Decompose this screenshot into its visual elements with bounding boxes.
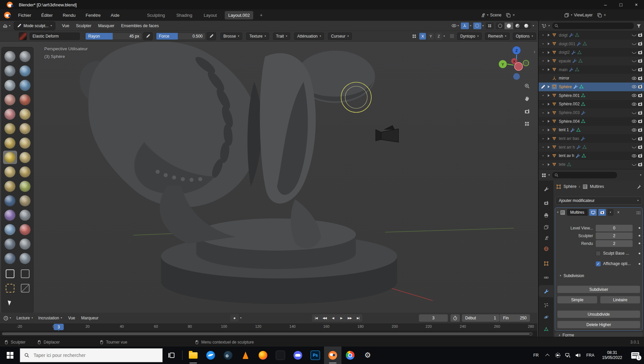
outliner-row[interactable]: • doigt	[539, 31, 644, 40]
sculpt-tool-button[interactable]	[3, 237, 17, 251]
blender-taskbar-button[interactable]	[324, 347, 341, 364]
drag-handle-icon[interactable]	[636, 211, 640, 214]
viewport-menu-item[interactable]: Masquer	[98, 23, 114, 28]
scene-selector[interactable]: Scene	[490, 13, 501, 17]
frame-start-field[interactable]: Début1	[462, 314, 499, 322]
eye-closed-icon[interactable]	[632, 58, 637, 63]
timeline-editor-type-button[interactable]: ▾	[3, 316, 11, 321]
jump-to-start-button[interactable]: |◀	[312, 314, 320, 322]
outliner-row[interactable]: • tent arr h	[539, 143, 644, 152]
camera-visibility-icon[interactable]	[638, 162, 643, 167]
breadcrumb-object[interactable]: Sphère	[564, 184, 577, 189]
task-view-button[interactable]	[163, 347, 180, 364]
outliner-search-input[interactable]	[560, 23, 632, 29]
shading-wireframe-button[interactable]	[496, 22, 504, 29]
vlc-button[interactable]	[237, 347, 254, 364]
viewport-menu-item[interactable]: Sculpter	[76, 23, 92, 28]
pin-icon[interactable]	[636, 184, 641, 189]
eye-open-icon[interactable]	[632, 102, 637, 107]
tray-expand-chevron[interactable]	[543, 354, 553, 357]
tab-view-layer[interactable]	[539, 221, 553, 233]
modifier-viewport-toggle[interactable]	[589, 209, 597, 216]
brush-settings-dropdown[interactable]: Brosse ▾	[220, 33, 242, 40]
viewport-menu-item[interactable]: Vue	[62, 23, 69, 28]
subdivide-button[interactable]: Subdiviser	[557, 285, 640, 293]
tab-scene[interactable]	[539, 232, 553, 244]
workspace-tab-layout002[interactable]: Layout.002	[225, 11, 253, 19]
sculpt-tool-button[interactable]	[3, 136, 17, 150]
menu-item[interactable]: Fenêtre	[85, 11, 101, 19]
camera-visibility-icon[interactable]	[638, 84, 643, 89]
photoshop-button[interactable]: Ps	[307, 347, 324, 364]
tab-particles[interactable]	[539, 299, 553, 311]
eye-closed-icon[interactable]	[632, 50, 637, 55]
outliner-row[interactable]: • Sphère.003	[539, 108, 644, 117]
network-button[interactable]	[563, 352, 573, 358]
optimal-display-checkbox[interactable]: ✓	[596, 261, 601, 266]
marker-menu[interactable]: Marqueur	[81, 316, 98, 320]
camera-visibility-icon[interactable]	[638, 41, 643, 46]
animate-dot-icon[interactable]	[639, 227, 640, 229]
outliner-editor-icon[interactable]	[541, 23, 546, 29]
tab-object[interactable]	[539, 258, 553, 269]
sculpt-levels-field[interactable]: 2	[596, 232, 633, 239]
brush-preview-icon[interactable]	[19, 32, 27, 40]
blender-menu-logo-icon[interactable]	[4, 12, 11, 18]
disclosure-icon[interactable]	[546, 145, 551, 149]
discord-button[interactable]	[289, 347, 307, 364]
disclosure-icon[interactable]	[546, 162, 551, 167]
file-explorer-button[interactable]	[184, 347, 202, 364]
timeline-ruler[interactable]: -200204060801001201401601802002202402602…	[0, 323, 537, 331]
mode-selector[interactable]: Mode sculpt... ▾	[14, 21, 55, 30]
properties-search[interactable]	[552, 171, 618, 179]
sculpt-tool-button[interactable]	[18, 93, 32, 106]
eye-closed-icon[interactable]	[632, 136, 637, 141]
outliner-row[interactable]: • doigt.001	[539, 40, 644, 48]
auto-key-record-button[interactable]: ●	[230, 314, 239, 322]
horizontal-scrollbar[interactable]	[2, 332, 530, 335]
menu-item[interactable]: Rendu	[62, 11, 76, 19]
shading-rendered-button[interactable]	[522, 22, 531, 29]
outliner-row-selected[interactable]: Sphère	[539, 83, 644, 91]
taskbar-search[interactable]	[20, 348, 163, 362]
view-layer-selector[interactable]: ViewLayer	[574, 13, 593, 17]
disclosure-icon[interactable]	[546, 59, 551, 63]
chevron-down-icon[interactable]: ▾	[640, 174, 641, 176]
symmetry-z-toggle[interactable]: Z	[435, 33, 442, 40]
sculpt-tool-button[interactable]	[3, 179, 17, 193]
gizmo-x-axis[interactable]: X	[513, 60, 515, 63]
eye-open-icon[interactable]	[632, 76, 637, 81]
current-frame-badge[interactable]: 3	[54, 324, 64, 330]
sculpt-tool-button[interactable]	[3, 107, 17, 121]
chevron-down-icon[interactable]: ▾	[548, 174, 550, 176]
symmetry-icon[interactable]	[412, 34, 417, 39]
viewport-3d[interactable]: Perspective Utilisateur (3) Sphère	[0, 42, 537, 313]
camera-visibility-icon[interactable]	[638, 136, 643, 141]
sculpt-tool-button[interactable]	[3, 64, 17, 77]
shape-section-collapsed[interactable]: › Forme	[555, 332, 643, 337]
chevron-down-icon[interactable]: ▾	[487, 14, 488, 16]
sculpt-tool-button[interactable]	[18, 79, 32, 92]
minimize-button[interactable]: –	[598, 0, 613, 9]
sculpt-tool-button[interactable]	[18, 223, 32, 236]
previous-keyframe-button[interactable]: ◀◀	[320, 314, 329, 322]
camera-visibility-icon[interactable]	[638, 102, 643, 107]
box-trim-tool-button[interactable]	[3, 281, 17, 295]
strength-slider[interactable]: Force 0.500	[156, 33, 206, 40]
disclosure-icon[interactable]	[546, 102, 551, 106]
eye-closed-icon[interactable]	[632, 110, 637, 115]
sculpt-tool-button[interactable]	[3, 122, 17, 135]
eye-open-icon[interactable]	[632, 127, 637, 133]
render-levels-field[interactable]: 2	[596, 240, 633, 247]
box-hide-tool-button[interactable]	[18, 267, 32, 280]
sculpt-tool-button[interactable]	[18, 122, 32, 135]
play-reverse-button[interactable]: ◀	[329, 314, 337, 322]
camera-visibility-icon[interactable]	[638, 153, 643, 158]
navigation-gizmo[interactable]: Z Y X	[499, 46, 534, 84]
copy-scene-icon[interactable]	[506, 13, 511, 18]
simple-button[interactable]: Simple	[557, 296, 597, 304]
camera-visibility-icon[interactable]	[638, 110, 643, 115]
outliner-row[interactable]: • tent 1	[539, 126, 644, 135]
modifier-name-field[interactable]: Multires	[567, 209, 588, 216]
camera-visibility-icon[interactable]	[638, 93, 643, 98]
